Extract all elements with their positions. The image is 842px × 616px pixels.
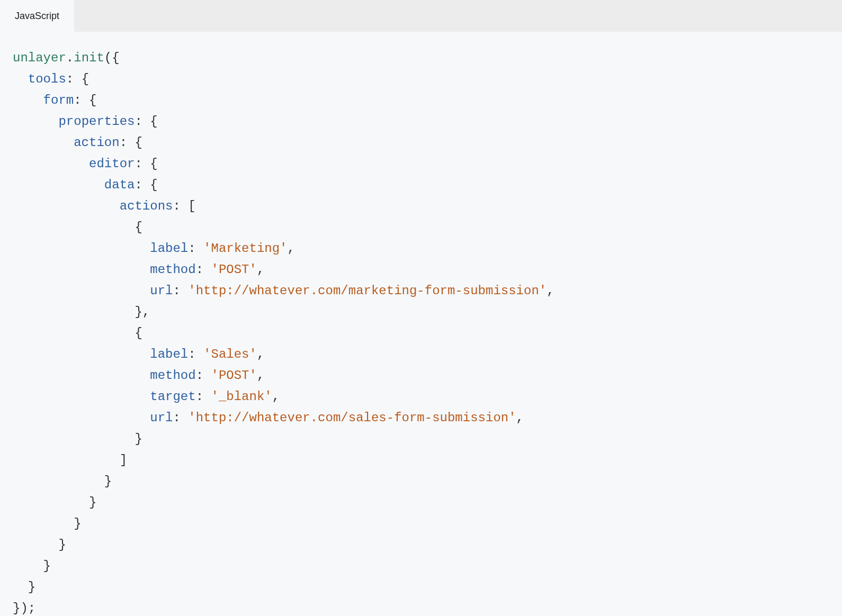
code-punc: ,	[547, 284, 554, 298]
tab-label: JavaScript	[15, 11, 59, 22]
code-punc: }	[28, 580, 35, 594]
code-line: }	[13, 432, 142, 446]
code-punc: :	[173, 284, 188, 298]
code-line: }	[13, 474, 112, 488]
code-string: 'POST'	[211, 262, 256, 277]
code-punc: ,	[516, 411, 524, 425]
code-line: form: {	[13, 93, 96, 107]
code-prop: method	[150, 368, 195, 383]
code-line: label: 'Marketing',	[13, 241, 295, 256]
tab-javascript[interactable]: JavaScript	[0, 0, 74, 32]
code-line: ]	[13, 453, 127, 467]
code-line: }	[13, 580, 35, 594]
code-line: });	[13, 601, 35, 615]
code-punc: : {	[135, 157, 157, 171]
code-line: method: 'POST',	[13, 368, 264, 383]
code-punc: ,	[272, 389, 280, 404]
code-punc: :	[196, 368, 211, 383]
code-punc: ]	[120, 453, 127, 467]
code-punc: :	[173, 411, 188, 425]
code-punc: ,	[257, 262, 264, 277]
code-prop: properties	[58, 114, 135, 129]
code-punc: : {	[135, 114, 157, 129]
code-prop: action	[74, 135, 119, 150]
code-punc: }	[58, 538, 66, 552]
code-punc: : [	[173, 199, 195, 213]
code-prop: tools	[28, 72, 66, 86]
code-line: target: '_blank',	[13, 389, 280, 404]
code-string: 'Sales'	[203, 347, 257, 361]
code-prop: label	[150, 347, 188, 361]
code-line: }	[13, 559, 51, 573]
code-line: {	[13, 220, 142, 234]
code-line: method: 'POST',	[13, 262, 264, 277]
code-line: url: 'http://whatever.com/marketing-form…	[13, 284, 554, 298]
code-prop: data	[104, 178, 135, 192]
code-punc: :	[196, 262, 211, 277]
tab-bar: JavaScript	[0, 0, 842, 32]
code-punc: : {	[74, 93, 96, 107]
code-line: label: 'Sales',	[13, 347, 264, 361]
code-punc: }	[104, 474, 112, 488]
code-string: 'http://whatever.com/marketing-form-subm…	[188, 284, 547, 298]
code-punc: },	[135, 305, 150, 319]
code-punc: : {	[120, 135, 142, 150]
code-punc: }	[135, 432, 142, 446]
code-punc: }	[74, 517, 81, 531]
code-method: init	[74, 51, 104, 65]
code-line: url: 'http://whatever.com/sales-form-sub…	[13, 411, 524, 425]
code-line: },	[13, 305, 150, 319]
code-line: editor: {	[13, 157, 158, 171]
code-punc: ,	[257, 368, 264, 383]
code-line: action: {	[13, 135, 142, 150]
code-punc: {	[135, 326, 142, 340]
code-line: }	[13, 495, 96, 510]
code-punc: {	[135, 220, 142, 234]
code-punc: ({	[104, 51, 120, 65]
code-line: }	[13, 538, 66, 552]
code-punc: .	[66, 51, 74, 65]
code-prop: method	[150, 262, 195, 277]
code-line: actions: [	[13, 199, 196, 213]
code-punc: ,	[288, 241, 295, 256]
code-punc: : {	[135, 178, 157, 192]
code-punc: :	[188, 347, 203, 361]
code-string: 'Marketing'	[203, 241, 287, 256]
code-punc: });	[13, 601, 35, 615]
code-prop: actions	[120, 199, 173, 213]
code-prop: label	[150, 241, 188, 256]
code-prop: target	[150, 389, 195, 404]
code-punc: }	[43, 559, 51, 573]
code-prop: url	[150, 284, 173, 298]
code-line: unlayer.init({	[13, 51, 120, 65]
code-punc: : {	[66, 72, 89, 86]
code-string: '_blank'	[211, 389, 272, 404]
code-string: 'http://whatever.com/sales-form-submissi…	[188, 411, 516, 425]
code-line: tools: {	[13, 72, 89, 86]
code-punc: :	[188, 241, 203, 256]
code-line: properties: {	[13, 114, 158, 129]
code-punc: ,	[257, 347, 264, 361]
code-punc: }	[89, 495, 96, 510]
code-string: 'POST'	[211, 368, 256, 383]
code-object: unlayer	[13, 51, 66, 65]
code-block: unlayer.init({ tools: { form: { properti…	[0, 32, 842, 616]
code-line: }	[13, 517, 82, 531]
code-prop: form	[43, 93, 74, 107]
code-line: {	[13, 326, 142, 340]
code-prop: editor	[89, 157, 135, 171]
code-line: data: {	[13, 178, 158, 192]
code-prop: url	[150, 411, 173, 425]
code-punc: :	[196, 389, 211, 404]
